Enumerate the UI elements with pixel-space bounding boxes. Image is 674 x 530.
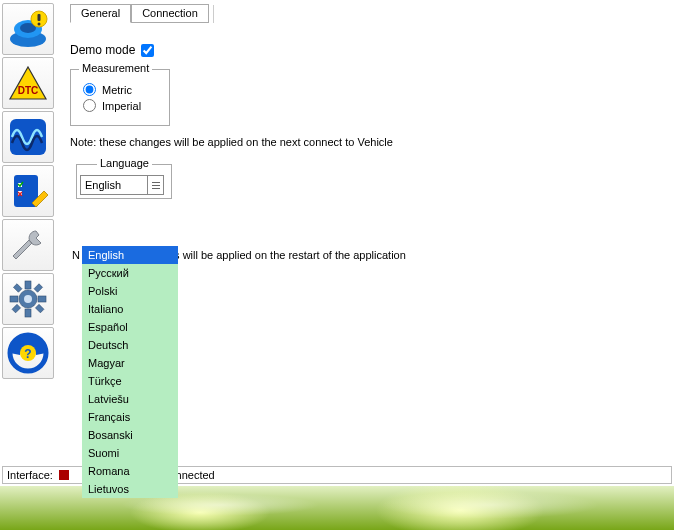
tab-connection[interactable]: Connection <box>131 4 209 23</box>
svg-point-20 <box>24 295 32 303</box>
oscilloscope-icon <box>6 115 50 159</box>
settings-button[interactable] <box>2 273 54 325</box>
language-selected-text: English <box>81 178 147 192</box>
language-option[interactable]: Türkçe <box>82 372 178 390</box>
svg-rect-18 <box>34 284 42 292</box>
sidebar: DTC <box>0 0 60 466</box>
language-option[interactable]: English <box>82 246 178 264</box>
language-option[interactable]: Русский <box>82 264 178 282</box>
language-option[interactable]: Deutsch <box>82 336 178 354</box>
status-interface-label: Interface: <box>7 469 53 481</box>
checklist-icon <box>6 169 50 213</box>
steering-help-icon: ? <box>6 331 50 375</box>
language-option[interactable]: Lietuvos <box>82 480 178 498</box>
car-info-icon <box>6 7 50 51</box>
metric-radio[interactable] <box>83 83 96 96</box>
metric-label: Metric <box>102 84 132 96</box>
dtc-button[interactable]: DTC <box>2 57 54 109</box>
svg-rect-15 <box>38 296 46 302</box>
measurement-legend: Measurement <box>79 62 152 74</box>
measurement-group: Measurement Metric Imperial <box>70 69 170 126</box>
svg-text:?: ? <box>24 347 31 361</box>
tabs: General Connection <box>70 4 666 23</box>
wrench-button[interactable] <box>2 219 54 271</box>
language-option[interactable]: Polski <box>82 282 178 300</box>
svg-rect-4 <box>38 14 41 21</box>
car-info-button[interactable] <box>2 3 54 55</box>
checklist-button[interactable] <box>2 165 54 217</box>
wrench-icon <box>6 223 50 267</box>
tab-separator <box>213 5 214 23</box>
dtc-icon: DTC <box>6 61 50 105</box>
svg-text:DTC: DTC <box>18 85 39 96</box>
svg-rect-13 <box>25 309 31 317</box>
language-option[interactable]: Suomi <box>82 444 178 462</box>
language-option[interactable]: Romana <box>82 462 178 480</box>
note-vehicle: Note: these changes will be applied on t… <box>70 136 666 148</box>
imperial-label: Imperial <box>102 100 141 112</box>
svg-rect-17 <box>35 304 43 312</box>
language-dropdown[interactable]: EnglishРусскийPolskiItalianoEspañolDeuts… <box>82 246 178 498</box>
imperial-radio[interactable] <box>83 99 96 112</box>
language-group: Language English <box>76 164 172 199</box>
language-option[interactable]: Latviešu <box>82 390 178 408</box>
language-legend: Language <box>97 157 152 169</box>
svg-rect-14 <box>10 296 18 302</box>
status-led <box>59 470 69 480</box>
svg-point-5 <box>38 23 41 26</box>
language-option[interactable]: Bosanski <box>82 426 178 444</box>
dropdown-button-icon[interactable] <box>147 176 163 194</box>
svg-rect-12 <box>25 281 31 289</box>
demo-mode-label: Demo mode <box>70 43 135 57</box>
steering-help-button[interactable]: ? <box>2 327 54 379</box>
demo-mode-checkbox[interactable] <box>141 44 154 57</box>
language-option[interactable]: Italiano <box>82 300 178 318</box>
language-select[interactable]: English <box>80 175 164 195</box>
language-option[interactable]: Magyar <box>82 354 178 372</box>
gear-icon <box>6 277 50 321</box>
tab-general[interactable]: General <box>70 4 131 23</box>
svg-rect-19 <box>12 304 20 312</box>
language-option[interactable]: Español <box>82 318 178 336</box>
oscilloscope-button[interactable] <box>2 111 54 163</box>
language-option[interactable]: Français <box>82 408 178 426</box>
svg-rect-16 <box>13 284 21 292</box>
